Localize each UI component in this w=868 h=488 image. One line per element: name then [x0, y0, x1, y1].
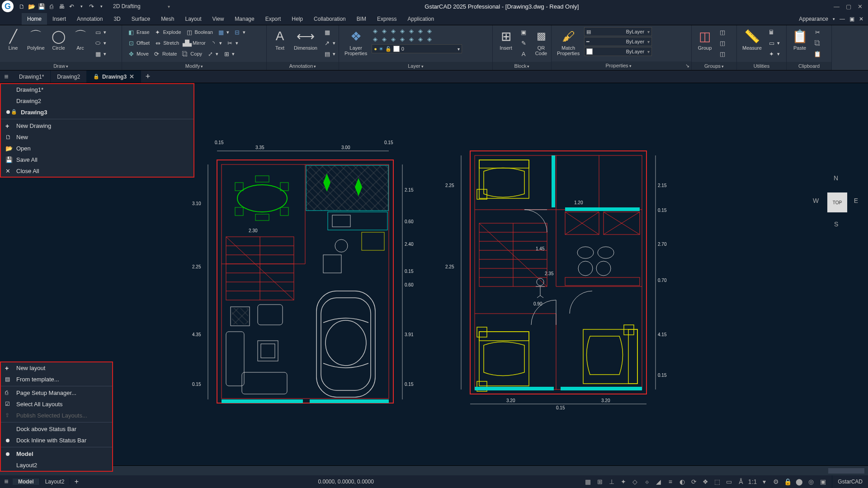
panel-annotation-label[interactable]: Annotation — [289, 63, 313, 69]
viewcube-west[interactable]: W — [813, 197, 819, 204]
ctx-from-template[interactable]: ▤From template... — [1, 374, 112, 385]
stretch-button[interactable]: ⇔Stretch — [152, 38, 181, 48]
qrcode-button[interactable]: ▩QR Code — [532, 27, 551, 57]
move-button[interactable]: ✥Move — [126, 49, 151, 59]
panel-block-label[interactable]: Block — [514, 63, 527, 69]
doclist-new-drawing[interactable]: +New Drawing — [1, 120, 193, 131]
menu-express[interactable]: Express — [372, 13, 402, 25]
menu-bim[interactable]: BIM — [351, 13, 372, 25]
layout-tab-model[interactable]: Model — [13, 479, 40, 485]
doclist-item-drawing1[interactable]: Drawing1* — [1, 84, 193, 95]
print-icon[interactable]: 🖶 — [58, 3, 65, 10]
cycling-icon[interactable]: ⟳ — [689, 477, 698, 486]
fillet-button[interactable]: ◝▾ — [208, 38, 224, 48]
doc-close-icon[interactable]: ✕ — [859, 16, 863, 22]
doclist-open[interactable]: 📂Open — [1, 143, 193, 154]
trim-button[interactable]: ✂▾ — [225, 38, 240, 48]
layout-add-button[interactable]: + — [70, 478, 83, 486]
group-select-button[interactable]: ◫ — [717, 49, 728, 59]
command-line[interactable] — [0, 465, 868, 475]
menu-application[interactable]: Application — [402, 13, 439, 25]
doclist-new[interactable]: 🗋New — [1, 131, 193, 143]
match-properties-button[interactable]: 🖌Match Properties — [555, 27, 581, 57]
panel-groups-label[interactable]: Groups — [704, 63, 721, 69]
undo-dropdown-icon[interactable]: ▾ — [78, 3, 85, 10]
layout-list-button[interactable]: ≡ — [0, 478, 13, 486]
grid-icon[interactable]: ▦ — [584, 477, 593, 486]
viewcube-top[interactable]: TOP — [827, 192, 847, 212]
ctx-select-all-layouts[interactable]: ☑Select All Layouts — [1, 399, 112, 410]
appearance-dropdown-icon[interactable]: ▾ — [833, 17, 835, 21]
copy-button[interactable]: ⿻Copy — [179, 49, 204, 59]
doctab-drawing2[interactable]: Drawing2 — [51, 70, 87, 83]
doclist-item-drawing2[interactable]: Drawing2 — [1, 95, 193, 107]
ctx-dock-above[interactable]: Dock above Status Bar — [1, 423, 112, 435]
viewcube-north[interactable]: N — [834, 174, 838, 182]
text-button[interactable]: AText — [270, 27, 289, 52]
menu-3d[interactable]: 3D — [108, 13, 126, 25]
layer-properties-button[interactable]: ❖Layer Properties — [343, 27, 369, 57]
erase-button[interactable]: ◧Erase — [126, 27, 151, 37]
array-button[interactable]: ▦▾ — [216, 27, 231, 37]
layer-state-icon[interactable]: ◈ — [372, 27, 379, 34]
dimension-button[interactable]: ⟷Dimension — [292, 27, 319, 52]
layer-copy-icon[interactable]: ◈ — [408, 35, 415, 42]
saveas-icon[interactable]: ⎙ — [48, 3, 55, 10]
table-button[interactable]: ▦ — [322, 27, 337, 37]
scrollbar[interactable] — [828, 468, 864, 474]
tab-close-icon[interactable]: ✕ — [129, 73, 134, 80]
measure-button[interactable]: 📏Measure — [741, 27, 764, 52]
layer-off-icon[interactable]: ◈ — [408, 27, 415, 34]
linetype-combo[interactable]: ByLayer — [584, 47, 652, 56]
ortho-icon[interactable]: ⊥ — [607, 477, 616, 486]
new-icon[interactable]: 🗋 — [18, 3, 25, 10]
cut-button[interactable]: ✂ — [812, 27, 823, 37]
copy-clip-button[interactable]: ⿻ — [812, 38, 823, 48]
rectangle-button[interactable]: ▭▾ — [93, 27, 108, 37]
block-create-button[interactable]: ▣ — [518, 27, 529, 37]
dynamic-icon[interactable]: ◢ — [654, 477, 663, 486]
polar-icon[interactable]: ✦ — [619, 477, 628, 486]
save-icon[interactable]: 💾 — [38, 3, 45, 10]
extend-button[interactable]: ⊞▾ — [221, 49, 236, 59]
insert-button[interactable]: ⊞Insert — [496, 27, 515, 52]
menu-export[interactable]: Export — [260, 13, 287, 25]
group-edit-button[interactable]: ◫ — [717, 38, 728, 48]
isolate-icon[interactable]: ◎ — [807, 477, 816, 486]
hardware-icon[interactable]: ⬤ — [795, 477, 804, 486]
panel-properties-label[interactable]: Properties — [605, 63, 628, 68]
doclist-close-all[interactable]: ✕Close All — [1, 165, 193, 177]
offset-button[interactable]: ⊡Offset — [126, 38, 151, 48]
paste-special-button[interactable]: 📋 — [812, 49, 823, 59]
boolean-button[interactable]: ◫Boolean — [184, 27, 215, 37]
arc-button[interactable]: ⌒Arc — [71, 27, 90, 52]
circle-button[interactable]: ◯Circle — [49, 27, 68, 52]
layer-prev-icon[interactable]: ◈ — [372, 35, 379, 42]
layer-iso-icon[interactable]: ◈ — [381, 27, 388, 34]
menu-view[interactable]: View — [207, 13, 230, 25]
doc-minimize-icon[interactable]: — — [840, 16, 845, 22]
snap-icon[interactable]: ⊞ — [595, 477, 604, 486]
ctx-new-layout[interactable]: +New layout — [1, 362, 112, 374]
minimize-button[interactable]: — — [834, 3, 840, 10]
lineweight-icon[interactable]: ≡ — [666, 477, 675, 486]
point-button[interactable]: ✦▾ — [766, 49, 782, 59]
menu-home[interactable]: Home — [22, 13, 47, 25]
color-combo[interactable]: ▤ByLayer — [584, 27, 652, 36]
layer-on-icon[interactable]: ◈ — [417, 27, 424, 34]
paste-button[interactable]: 📋Paste — [790, 27, 809, 52]
doclist-save-all[interactable]: 💾Save All — [1, 154, 193, 165]
maximize-button[interactable]: ▢ — [846, 3, 851, 10]
tab-add-button[interactable]: + — [141, 70, 155, 83]
lineweight-combo[interactable]: ━ByLayer — [584, 37, 652, 46]
group-button[interactable]: ◫Group — [695, 27, 714, 52]
polyline-button[interactable]: ⌒Polyline — [25, 27, 47, 52]
panel-draw-label[interactable]: Draw — [53, 63, 65, 69]
ctx-layout2[interactable]: Layout2 — [1, 460, 112, 471]
osnap-icon[interactable]: ◇ — [631, 477, 640, 486]
annoscale-icon[interactable]: Å — [736, 477, 745, 486]
scale-button[interactable]: ⤢▾ — [205, 49, 220, 59]
panel-modify-label[interactable]: Modify — [185, 63, 200, 69]
panel-utilities-label[interactable]: Utilities — [754, 63, 769, 69]
viewcube[interactable]: N S W E TOP — [813, 174, 858, 228]
